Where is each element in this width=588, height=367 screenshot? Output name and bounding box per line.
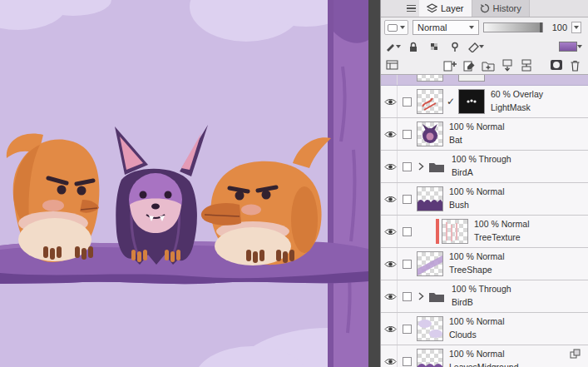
eye-icon xyxy=(384,357,397,366)
layers-icon xyxy=(427,3,437,13)
layer-row-bat[interactable]: 100 % Normal Bat xyxy=(381,118,588,151)
trash-icon xyxy=(569,59,581,72)
folder-expander-icon[interactable] xyxy=(417,162,425,171)
layer-thumbnail[interactable] xyxy=(417,349,443,367)
chevron-down-icon xyxy=(400,26,405,29)
chevron-right-icon xyxy=(418,162,424,171)
blend-swatch-icon[interactable] xyxy=(384,20,408,35)
layer-name: BirdA xyxy=(452,166,511,180)
property-toolbar xyxy=(381,37,588,56)
chevron-down-icon xyxy=(577,45,582,48)
visibility-eye-icon[interactable] xyxy=(383,280,398,312)
layer-row-leavesmidground[interactable]: 100 % Normal LeavesMidground xyxy=(381,345,588,367)
layer-row-photostudies[interactable]: ✓ PhotoStudies xyxy=(381,75,588,86)
eye-icon xyxy=(384,195,397,204)
eye-icon xyxy=(384,162,397,171)
layer-checkbox[interactable] xyxy=(403,260,412,269)
layer-name: BirdB xyxy=(452,296,511,310)
layer-row-treetexture[interactable]: 100 % Normal TreeTexture xyxy=(381,216,588,248)
mask-pin-icon[interactable] xyxy=(447,40,463,53)
layer-thumbnail[interactable] xyxy=(417,316,443,341)
visibility-eye-icon[interactable] xyxy=(383,216,398,247)
blend-toolbar: Normal 100 xyxy=(381,17,588,37)
ruler-dropdown-icon[interactable] xyxy=(467,40,484,53)
opacity-value: 100 xyxy=(547,22,567,32)
layer-row-bush[interactable]: 100 % Normal Bush xyxy=(381,183,588,216)
delete-layer-icon[interactable] xyxy=(568,58,583,72)
thumbnail-texture xyxy=(442,220,467,243)
visibility-eye-icon[interactable] xyxy=(383,313,398,345)
two-squares-icon xyxy=(570,349,581,359)
tab-history[interactable]: History xyxy=(472,0,530,17)
layer-name: TreeShape xyxy=(449,264,505,277)
pen-dropdown-icon[interactable] xyxy=(384,40,401,53)
layer-row-birdb[interactable]: 100 % Through BirdB xyxy=(381,280,588,313)
chevron-down-icon xyxy=(574,26,579,29)
opacity-slider-handle[interactable] xyxy=(540,22,542,32)
visibility-eye-icon[interactable] xyxy=(383,118,398,150)
visibility-eye-icon[interactable] xyxy=(383,248,398,280)
chevron-right-icon xyxy=(418,292,424,300)
layer-thumbnail[interactable] xyxy=(417,251,443,276)
layer-checkbox[interactable] xyxy=(403,162,412,171)
visibility-eye-icon[interactable] xyxy=(383,151,398,182)
new-folder-icon[interactable] xyxy=(481,58,496,72)
layer-checkbox[interactable] xyxy=(403,227,412,236)
layer-checkbox[interactable] xyxy=(403,195,412,204)
ruler-icon xyxy=(467,41,479,52)
layer-row-birda[interactable]: 100 % Through BirdA xyxy=(381,151,588,183)
layer-name: TreeTexture xyxy=(474,231,530,245)
action-toolbar xyxy=(381,56,588,75)
thumbnail-sketch xyxy=(418,75,442,81)
transfer-down-icon[interactable] xyxy=(500,58,515,72)
mask-enabled-check[interactable]: ✓ xyxy=(446,96,456,107)
folder-icon[interactable] xyxy=(427,161,446,173)
dock-grid-icon xyxy=(386,59,398,71)
layer-checkbox[interactable] xyxy=(403,325,412,334)
lock-icon[interactable] xyxy=(405,40,422,53)
layer-color-dropdown[interactable] xyxy=(556,40,585,53)
new-raster-layer-icon[interactable] xyxy=(442,58,457,72)
palette-dock-icon[interactable] xyxy=(384,58,399,72)
layer-thumbnail[interactable] xyxy=(417,89,443,114)
visibility-eye-icon[interactable] xyxy=(383,345,398,367)
blend-mode-select[interactable]: Normal xyxy=(413,20,479,35)
layer-checkbox[interactable] xyxy=(403,97,412,107)
folder-glyph xyxy=(428,290,445,303)
folder-icon[interactable] xyxy=(427,290,446,303)
layer-row-lightmask[interactable]: ✓ 60 % Overlay LightMask xyxy=(381,86,588,118)
layer-checkbox[interactable] xyxy=(403,130,412,139)
layer-thumbnail[interactable] xyxy=(417,186,443,211)
layer-thumbnail[interactable] xyxy=(417,75,443,82)
layer-checkbox[interactable] xyxy=(403,292,412,301)
chevron-down-icon xyxy=(396,45,401,48)
opacity-spinner[interactable] xyxy=(571,22,581,33)
layer-thumbnail[interactable] xyxy=(417,122,443,146)
two-pages-merge-icon xyxy=(520,59,533,72)
layer-blend-info: 100 % Through xyxy=(452,283,511,296)
layer-thumbnail[interactable] xyxy=(442,219,468,244)
lock-alpha-icon[interactable] xyxy=(426,40,442,53)
layer-row-treeshape[interactable]: 100 % Normal TreeShape xyxy=(381,248,588,280)
mask-thumbnail[interactable] xyxy=(458,89,485,114)
thumbnail-bush xyxy=(418,187,442,211)
panel-menu-icon[interactable] xyxy=(403,0,419,17)
visibility-eye-icon[interactable] xyxy=(383,75,398,85)
folder-glyph xyxy=(428,161,445,173)
folder-plus-icon xyxy=(482,59,495,72)
mask-thumbnail[interactable] xyxy=(458,75,485,82)
create-mask-icon[interactable] xyxy=(549,58,564,72)
new-vector-layer-icon[interactable] xyxy=(462,58,477,72)
visibility-eye-icon[interactable] xyxy=(383,86,398,117)
visibility-eye-icon[interactable] xyxy=(383,183,398,215)
folder-expander-icon[interactable] xyxy=(417,292,425,300)
tab-layer[interactable]: Layer xyxy=(419,0,472,17)
opacity-slider[interactable] xyxy=(483,22,543,32)
canvas-artwork[interactable] xyxy=(0,0,368,367)
tab-layer-label: Layer xyxy=(441,3,464,13)
panel-tabbar: Layer History xyxy=(381,0,588,17)
layer-blend-info: 100 % Through xyxy=(452,153,511,166)
layer-row-clouds[interactable]: 100 % Normal Clouds xyxy=(381,313,588,345)
merge-down-icon[interactable] xyxy=(519,58,534,72)
layer-checkbox[interactable] xyxy=(403,357,412,366)
